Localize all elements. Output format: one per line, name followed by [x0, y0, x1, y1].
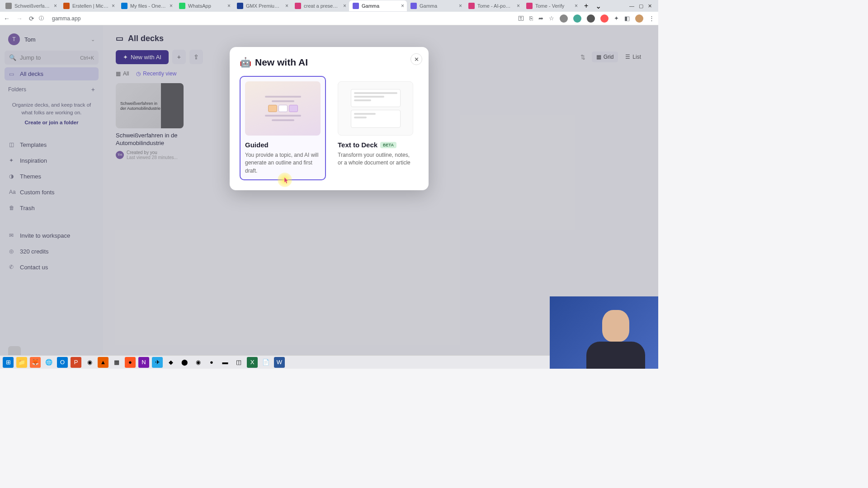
- extensions-icon[interactable]: ✦: [614, 15, 619, 22]
- tab-title: Tome - Verify: [535, 3, 572, 9]
- browser-tab[interactable]: Gamma×: [407, 0, 465, 11]
- chrome-icon[interactable]: 🌐: [43, 357, 54, 368]
- favicon: [179, 3, 185, 9]
- favicon: [526, 3, 533, 9]
- option-title: Text to Deck: [338, 141, 377, 149]
- tabs-row: Schweißverfahren× Erstellen | Micros× My…: [0, 0, 658, 12]
- share-icon[interactable]: ➦: [538, 15, 543, 22]
- app-icon[interactable]: ◉: [84, 357, 95, 368]
- back-icon[interactable]: ←: [4, 15, 10, 22]
- browser-tab[interactable]: Tome - Verify×: [523, 0, 580, 11]
- extension-icon[interactable]: [587, 14, 595, 23]
- url-input[interactable]: gamma.app: [48, 15, 514, 22]
- browser-tab[interactable]: Schweißverfahren×: [2, 0, 60, 11]
- close-icon[interactable]: ×: [170, 3, 173, 9]
- excel-icon[interactable]: X: [247, 357, 258, 368]
- profile-avatar[interactable]: [635, 14, 643, 23]
- new-with-ai-modal: ✕ 🤖 New with AI: [230, 47, 429, 190]
- close-icon[interactable]: ×: [227, 3, 231, 9]
- explorer-icon[interactable]: 📁: [16, 357, 27, 368]
- option-title: Guided: [245, 141, 269, 149]
- app-icon[interactable]: ●: [206, 357, 217, 368]
- favicon: [63, 3, 70, 9]
- tab-title: Erstellen | Micros: [72, 3, 109, 9]
- start-button[interactable]: ⊞: [3, 357, 14, 368]
- beta-badge: BETA: [380, 142, 396, 148]
- site-info-icon[interactable]: ⓘ: [39, 15, 44, 22]
- tab-title: Gamma: [362, 3, 398, 9]
- close-window-icon[interactable]: ✕: [648, 3, 652, 9]
- menu-icon[interactable]: ⋮: [649, 15, 655, 22]
- reload-icon[interactable]: ⟳: [29, 15, 34, 22]
- powerpoint-icon[interactable]: P: [71, 357, 81, 368]
- guided-preview: [245, 81, 321, 136]
- modal-title: New with AI: [255, 57, 308, 68]
- browser-tab[interactable]: WhatsApp×: [175, 0, 233, 11]
- favicon: [5, 3, 12, 9]
- option-description: Transform your outline, notes, or a whol…: [338, 151, 413, 167]
- browser-tab[interactable]: Erstellen | Micros×: [60, 0, 118, 11]
- browser-chrome: Schweißverfahren× Erstellen | Micros× My…: [0, 0, 658, 25]
- outlook-icon[interactable]: O: [57, 357, 68, 368]
- new-tab-button[interactable]: +: [580, 2, 592, 10]
- close-icon[interactable]: ×: [459, 3, 462, 9]
- option-description: You provide a topic, and AI will generat…: [245, 151, 321, 175]
- bookmark-icon[interactable]: ☆: [549, 15, 554, 22]
- vlc-icon[interactable]: ▲: [98, 357, 108, 368]
- minimize-icon[interactable]: —: [629, 3, 634, 9]
- install-icon[interactable]: ⎘: [529, 15, 533, 22]
- onenote-icon[interactable]: N: [138, 357, 149, 368]
- webcam-overlay: [550, 296, 658, 369]
- app-icon[interactable]: ◫: [233, 357, 244, 368]
- telegram-icon[interactable]: ✈: [152, 357, 163, 368]
- favicon: [121, 3, 127, 9]
- obs-icon[interactable]: ⬤: [179, 357, 190, 368]
- close-icon[interactable]: ×: [575, 3, 578, 9]
- tab-dropdown[interactable]: ⌄: [592, 2, 605, 10]
- app-icon[interactable]: ●: [125, 357, 136, 368]
- notepad-icon[interactable]: 📄: [260, 357, 271, 368]
- favicon: [295, 3, 301, 9]
- browser-tab[interactable]: My files - OneDri×: [118, 0, 175, 11]
- sidepanel-icon[interactable]: ◧: [624, 15, 630, 22]
- tab-title: GMX Premium - E: [246, 3, 283, 9]
- word-icon[interactable]: W: [274, 357, 285, 368]
- maximize-icon[interactable]: ▢: [639, 3, 643, 9]
- favicon: [410, 3, 417, 9]
- close-icon[interactable]: ×: [112, 3, 115, 9]
- forward-icon[interactable]: →: [16, 15, 23, 22]
- app-icon[interactable]: ◉: [193, 357, 203, 368]
- ai-icon: 🤖: [240, 57, 251, 68]
- browser-tab[interactable]: creat a presentati×: [291, 0, 349, 11]
- favicon: [237, 3, 243, 9]
- key-icon[interactable]: ⚿: [518, 15, 524, 22]
- tab-title: Schweißverfahren: [14, 3, 51, 9]
- app-icon[interactable]: ▬: [220, 357, 231, 368]
- close-modal-button[interactable]: ✕: [410, 53, 422, 65]
- tab-title: creat a presentati: [304, 3, 340, 9]
- tab-title: Gamma: [420, 3, 456, 9]
- url-text: gamma.app: [52, 15, 80, 22]
- extension-icon[interactable]: [573, 14, 581, 23]
- close-icon[interactable]: ×: [401, 3, 404, 9]
- browser-tab-active[interactable]: Gamma×: [349, 0, 407, 11]
- browser-tab[interactable]: GMX Premium - E×: [233, 0, 291, 11]
- close-icon[interactable]: ×: [517, 3, 520, 9]
- favicon: [353, 3, 359, 9]
- app-icon[interactable]: ▦: [111, 357, 122, 368]
- text2deck-preview: [338, 81, 413, 136]
- tab-title: WhatsApp: [188, 3, 225, 9]
- close-icon[interactable]: ×: [343, 3, 346, 9]
- extension-icon[interactable]: [600, 14, 609, 23]
- firefox-icon[interactable]: 🦊: [30, 357, 41, 368]
- app-icon[interactable]: ◆: [165, 357, 176, 368]
- tab-title: Tome - AI-powere: [477, 3, 514, 9]
- browser-tab[interactable]: Tome - AI-powere×: [465, 0, 523, 11]
- close-icon[interactable]: ×: [54, 3, 57, 9]
- close-icon[interactable]: ×: [285, 3, 288, 9]
- guided-option[interactable]: Guided You provide a topic, and AI will …: [240, 76, 326, 180]
- tab-title: My files - OneDri: [130, 3, 167, 9]
- address-bar-row: ← → ⟳ ⓘ gamma.app ⚿ ⎘ ➦ ☆ ✦ ◧ ⋮: [0, 12, 658, 25]
- text-to-deck-option[interactable]: Text to Deck BETA Transform your outline…: [332, 76, 419, 180]
- extension-icon[interactable]: [560, 14, 568, 23]
